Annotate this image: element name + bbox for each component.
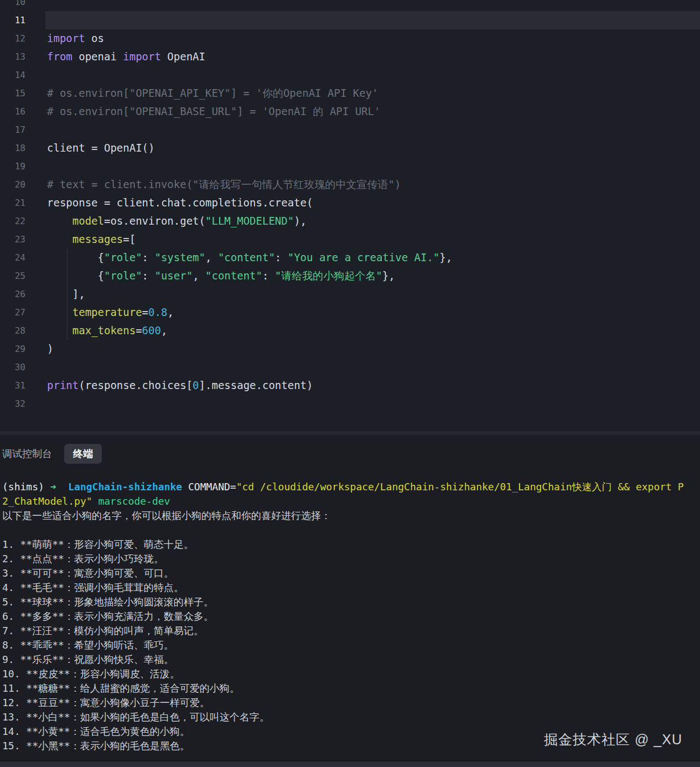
code-line-19[interactable]: 19 <box>0 157 700 175</box>
terminal-output[interactable]: (shims) ➜ LangChain-shizhanke COMMAND="c… <box>2 480 700 753</box>
code-line-27[interactable]: 27 temperature=0.8, <box>0 303 700 322</box>
line-number: 25 <box>0 267 25 285</box>
line-number: 24 <box>0 248 25 267</box>
terminal-output-line: 5. **球球**：形象地描绘小狗圆滚滚的样子。 <box>2 595 700 609</box>
terminal-output-line: 9. **乐乐**：祝愿小狗快乐、幸福。 <box>2 652 700 667</box>
code-line-25[interactable]: 25 {"role": "user", "content": "请给我的小狗起个… <box>0 267 700 285</box>
code-line-21[interactable]: 21response = client.chat.completions.cre… <box>0 194 700 212</box>
line-number: 28 <box>0 322 25 340</box>
terminal-prompt-line-1: (shims) ➜ LangChain-shizhanke COMMAND="c… <box>2 480 700 494</box>
line-number: 20 <box>0 175 25 194</box>
code-text: ], <box>25 285 85 303</box>
code-text: from openai import OpenAI <box>25 48 205 66</box>
terminal-output-line: 13. **小白**：如果小狗的毛色是白色，可以叫这个名字。 <box>2 710 700 724</box>
bottom-bar <box>0 760 700 767</box>
code-text <box>25 66 47 84</box>
code-line-29[interactable]: 29) <box>0 340 700 358</box>
line-number: 11 <box>0 11 25 29</box>
code-line-26[interactable]: 26 ], <box>0 285 700 303</box>
tab-terminal[interactable]: 终端 <box>64 444 102 464</box>
code-line-10[interactable]: 10 <box>0 0 700 11</box>
code-text: # text = client.invoke("请给我写一句情人节红玫瑰的中文宣… <box>25 175 401 194</box>
code-text: temperature=0.8, <box>25 303 174 322</box>
terminal-prompt-line-2: 2_ChatModel.py" marscode-dev <box>2 494 700 509</box>
code-text <box>25 395 47 413</box>
code-line-23[interactable]: 23 messages=[ <box>0 230 700 248</box>
terminal-output-line: 7. **汪汪**：模仿小狗的叫声，简单易记。 <box>2 624 700 638</box>
terminal-output-line <box>2 523 700 537</box>
bottom-panel: 调试控制台 终端 (shims) ➜ LangChain-shizhanke C… <box>0 431 700 767</box>
watermark: 掘金技术社区 @ _XU <box>544 730 682 749</box>
line-number: 18 <box>0 139 25 157</box>
code-editor[interactable]: 101112import os13from openai import Open… <box>0 0 700 431</box>
code-line-30[interactable]: 30 <box>0 358 700 376</box>
panel-divider[interactable] <box>0 431 700 435</box>
line-number: 21 <box>0 194 25 212</box>
line-number: 29 <box>0 340 25 358</box>
code-line-32[interactable]: 32 <box>0 395 700 413</box>
code-text: response = client.chat.completions.creat… <box>25 194 313 212</box>
code-line-13[interactable]: 13from openai import OpenAI <box>0 48 700 66</box>
code-text: max_tokens=600, <box>25 322 167 340</box>
code-text <box>25 358 47 376</box>
terminal-output-line: 3. **可可**：寓意小狗可爱、可口。 <box>2 566 700 581</box>
code-text: import os <box>25 29 104 48</box>
line-number: 17 <box>0 121 25 139</box>
code-line-14[interactable]: 14 <box>0 66 700 84</box>
line-number: 16 <box>0 102 25 121</box>
line-number: 30 <box>0 358 25 376</box>
terminal-output-line: 8. **乖乖**：希望小狗听话、乖巧。 <box>2 638 700 652</box>
code-line-22[interactable]: 22 model=os.environ.get("LLM_MODELEND"), <box>0 212 700 230</box>
line-number: 32 <box>0 395 25 413</box>
code-text: client = OpenAI() <box>25 139 154 157</box>
code-text: model=os.environ.get("LLM_MODELEND"), <box>25 212 307 230</box>
line-number: 26 <box>0 285 25 303</box>
code-line-24[interactable]: 24 {"role": "system", "content": "You ar… <box>0 248 700 267</box>
code-text <box>25 157 47 175</box>
terminal-output-line: 12. **豆豆**：寓意小狗像小豆子一样可爱。 <box>2 696 700 710</box>
code-line-31[interactable]: 31print(response.choices[0].message.cont… <box>0 376 700 395</box>
tab-debug-console[interactable]: 调试控制台 <box>2 447 52 460</box>
code-text: {"role": "system", "content": "You are a… <box>25 248 452 267</box>
line-number: 27 <box>0 303 25 322</box>
line-number: 10 <box>0 0 25 11</box>
line-number: 31 <box>0 376 25 395</box>
terminal-output-line: 10. **皮皮**：形容小狗调皮、活泼。 <box>2 667 700 681</box>
code-lines: 101112import os13from openai import Open… <box>0 0 700 413</box>
code-text: # os.environ["OPENAI_BASE_URL"] = 'OpenA… <box>25 102 380 121</box>
line-number: 13 <box>0 48 25 66</box>
code-line-16[interactable]: 16# os.environ["OPENAI_BASE_URL"] = 'Ope… <box>0 102 700 121</box>
line-number: 22 <box>0 212 25 230</box>
code-line-20[interactable]: 20# text = client.invoke("请给我写一句情人节红玫瑰的中… <box>0 175 700 194</box>
code-text: {"role": "user", "content": "请给我的小狗起个名"}… <box>25 267 395 285</box>
indent-guide <box>67 248 68 340</box>
code-line-28[interactable]: 28 max_tokens=600, <box>0 322 700 340</box>
code-line-11[interactable]: 11 <box>0 11 700 29</box>
terminal-output-line: 以下是一些适合小狗的名字，你可以根据小狗的特点和你的喜好进行选择： <box>2 509 700 523</box>
panel-tabs: 调试控制台 终端 <box>2 444 700 464</box>
code-text <box>25 0 47 11</box>
code-text <box>25 11 47 29</box>
line-number: 14 <box>0 66 25 84</box>
code-line-17[interactable]: 17 <box>0 121 700 139</box>
terminal-output-line: 4. **毛毛**：强调小狗毛茸茸的特点。 <box>2 581 700 595</box>
terminal-output-line: 1. **萌萌**：形容小狗可爱、萌态十足。 <box>2 537 700 552</box>
line-number: 19 <box>0 157 25 175</box>
terminal-output-line: 2. **点点**：表示小狗小巧玲珑。 <box>2 552 700 566</box>
terminal-output-line: 11. **糖糖**：给人甜蜜的感觉，适合可爱的小狗。 <box>2 681 700 696</box>
terminal-output-line: 6. **多多**：表示小狗充满活力，数量众多。 <box>2 609 700 624</box>
code-text <box>25 121 47 139</box>
code-text: ) <box>25 340 53 358</box>
code-line-15[interactable]: 15# os.environ["OPENAI_API_KEY"] = '你的Op… <box>0 84 700 102</box>
code-line-12[interactable]: 12import os <box>0 29 700 48</box>
code-text: # os.environ["OPENAI_API_KEY"] = '你的Open… <box>25 84 378 102</box>
line-number: 12 <box>0 29 25 48</box>
line-number: 15 <box>0 84 25 102</box>
code-text: print(response.choices[0].message.conten… <box>25 376 313 395</box>
code-line-18[interactable]: 18client = OpenAI() <box>0 139 700 157</box>
line-number: 23 <box>0 230 25 248</box>
code-text: messages=[ <box>25 230 136 248</box>
